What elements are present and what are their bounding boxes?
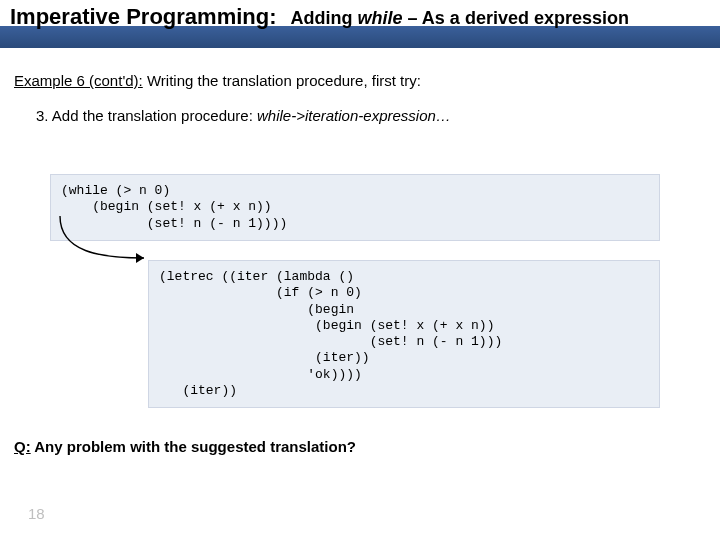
step-italic: while->iteration-expression… (257, 107, 451, 124)
subtitle-rest: Writing the translation procedure, first… (143, 72, 421, 89)
subtitle-underlined: Example 6 (cont'd): (14, 72, 143, 89)
question-q: Q: (14, 438, 31, 455)
step-line: 3. Add the translation procedure: while-… (0, 89, 720, 124)
page-number: 18 (28, 505, 45, 522)
step-text-before: Add the translation procedure: (52, 107, 257, 124)
title-lhs: Imperative Programming: (10, 4, 277, 30)
title-rhs-while: while (358, 8, 403, 28)
title-rhs-after: – As a derived expression (403, 8, 629, 28)
step-prefix: 3. (36, 107, 52, 124)
title-rhs: Adding while – As a derived expression (291, 8, 629, 29)
question-rest: Any problem with the suggested translati… (31, 438, 356, 455)
slide: Imperative Programming: Adding while – A… (0, 0, 720, 540)
code-block-while: (while (> n 0) (begin (set! x (+ x n)) (… (50, 174, 660, 241)
question-line: Q: Any problem with the suggested transl… (14, 438, 356, 455)
title-rhs-before: Adding (291, 8, 358, 28)
code-block-letrec: (letrec ((iter (lambda () (if (> n 0) (b… (148, 260, 660, 408)
title-bar: Imperative Programming: Adding while – A… (0, 0, 720, 48)
subtitle: Example 6 (cont'd): Writing the translat… (0, 48, 720, 89)
